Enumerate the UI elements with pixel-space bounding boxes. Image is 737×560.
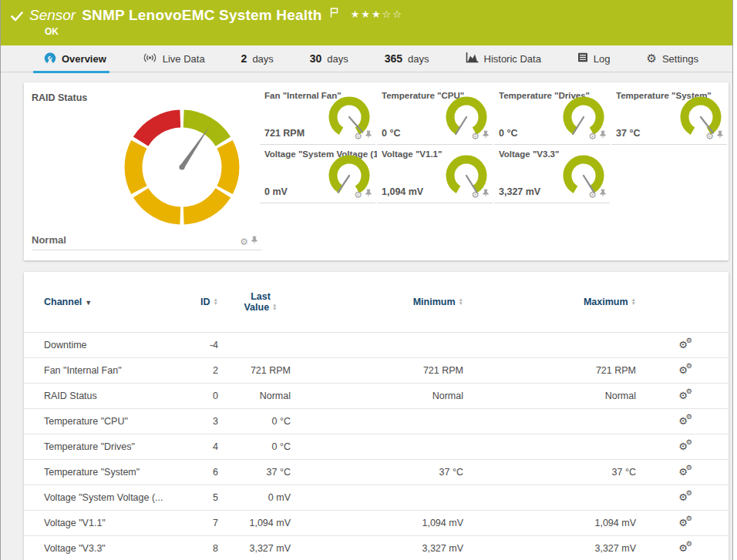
channel-minimum (291, 408, 465, 434)
gauge-settings-icon[interactable]: ⚙ (354, 132, 362, 141)
mini-gauge-6[interactable]: Voltage "V1.1"1,094 mV⚙ (377, 145, 493, 203)
table-row: Voltage "V1.1"71,094 mV1,094 mV1,094 mV⚙… (24, 510, 729, 535)
tab-2-days[interactable]: 2days (241, 45, 274, 72)
channel-last-value: 0 °C (220, 408, 291, 434)
channel-settings-icon[interactable]: ⚙⚙ (678, 416, 688, 426)
gauge-settings-icon[interactable]: ⚙ (588, 191, 597, 200)
channel-last-value: 0 mV (220, 485, 291, 510)
gauge-settings-icon[interactable]: ⚙ (240, 238, 248, 246)
channel-maximum (465, 408, 638, 434)
pin-icon[interactable] (482, 130, 490, 141)
page-title: SNMP LenovoEMC System Health (82, 7, 321, 24)
gauge-value: 0 mV (264, 186, 288, 197)
channel-settings-icon[interactable]: ⚙⚙ (678, 467, 688, 477)
gear-icon: ⚙ (646, 52, 656, 65)
flag-icon[interactable] (330, 8, 338, 18)
sort-desc-icon: ▼ (85, 299, 92, 307)
channel-settings-icon[interactable]: ⚙⚙ (678, 441, 688, 451)
channel-id: 6 (186, 459, 220, 485)
table-row: Temperature "CPU"30 °C⚙⚙ (24, 408, 729, 434)
channel-last-value: 721 RPM (220, 357, 291, 383)
channel-last-value: 37 °C (220, 459, 291, 485)
pin-icon[interactable] (599, 189, 607, 200)
channel-settings-icon[interactable]: ⚙⚙ (678, 391, 688, 401)
channel-id: 0 (186, 383, 220, 408)
channel-minimum: 721 RPM (291, 357, 465, 383)
tab-log[interactable]: Log (577, 45, 611, 72)
pin-icon[interactable] (251, 236, 258, 246)
table-row: Voltage "System Voltage (...50 mV⚙⚙ (24, 485, 729, 510)
gauge-settings-icon[interactable]: ⚙ (354, 191, 362, 200)
mini-gauge-5[interactable]: Voltage "System Voltage (12...0 mV⚙ (260, 145, 375, 203)
pin-icon[interactable] (365, 130, 372, 141)
mini-gauge-4[interactable]: Temperature "System"37 °C⚙ (611, 86, 727, 145)
channel-name: Temperature "System" (24, 459, 186, 485)
raid-status-gauge[interactable]: RAID Status Normal ⚙ (24, 82, 260, 260)
channel-id: -4 (186, 332, 220, 357)
pin-icon[interactable] (482, 189, 490, 200)
gauge-settings-icon[interactable]: ⚙ (705, 132, 714, 141)
tab-bar: OverviewLive Data2days30days365daysHisto… (1, 45, 732, 72)
gauge-settings-icon[interactable]: ⚙ (471, 132, 480, 141)
tab-365-days[interactable]: 365days (385, 45, 429, 72)
channel-maximum (465, 434, 638, 459)
pin-icon[interactable] (365, 189, 372, 200)
column-header-minimum[interactable]: Minimum▲▼ (291, 272, 465, 332)
mini-gauge-2[interactable]: Temperature "CPU"0 °C⚙ (377, 86, 493, 145)
gauge-value: 37 °C (616, 128, 640, 139)
column-header-actions[interactable] (638, 272, 729, 332)
channel-last-value: 1,094 mV (220, 510, 291, 535)
channel-maximum: 3,327 mV (465, 535, 638, 560)
status-badge: OK (45, 26, 732, 37)
channel-minimum: 1,094 mV (291, 510, 465, 535)
mini-gauge-7[interactable]: Voltage "V3.3"3,327 mV⚙ (494, 145, 610, 203)
channel-last-value: 0 °C (220, 434, 291, 459)
gauge-settings-icon[interactable]: ⚙ (471, 191, 480, 200)
table-row: Downtime-4⚙⚙ (24, 332, 729, 357)
raid-gauge-dial (116, 101, 247, 233)
mini-gauge-1[interactable]: Fan "Internal Fan"721 RPM⚙ (260, 86, 375, 145)
column-header-id[interactable]: ID▲▼ (186, 272, 220, 332)
tab-30-days[interactable]: 30days (310, 45, 348, 72)
channel-maximum: Normal (465, 383, 638, 408)
gauges-panel: RAID Status Normal ⚙ Fan "Internal Fan"7… (24, 82, 729, 260)
log-icon (577, 52, 588, 65)
channel-minimum (291, 485, 465, 510)
channel-name: Temperature "Drives" (24, 434, 186, 459)
channel-settings-icon[interactable]: ⚙⚙ (678, 518, 688, 528)
chart-icon (466, 52, 479, 65)
channel-settings-icon[interactable]: ⚙⚙ (678, 340, 688, 350)
channel-name: Downtime (24, 332, 186, 357)
tab-overview[interactable]: Overview (44, 45, 106, 72)
channel-maximum: 1,094 mV (465, 510, 638, 535)
gauge-value: 0 °C (499, 128, 517, 139)
mini-gauge-3[interactable]: Temperature "Drives"0 °C⚙ (494, 86, 610, 145)
pin-icon[interactable] (599, 130, 607, 141)
star-rating[interactable]: ★★★☆☆ (351, 8, 403, 20)
tab-settings[interactable]: ⚙Settings (646, 45, 698, 72)
channel-maximum (465, 332, 638, 357)
tab-historic-data[interactable]: Historic Data (466, 45, 541, 72)
column-header-maximum[interactable]: Maximum▲▼ (465, 272, 638, 332)
channel-settings-icon[interactable]: ⚙⚙ (678, 365, 688, 375)
channel-maximum: 721 RPM (465, 357, 638, 383)
channel-settings-icon[interactable]: ⚙⚙ (678, 543, 688, 553)
gauge-title: Voltage "V3.3" (499, 149, 559, 159)
channel-id: 5 (186, 485, 220, 510)
channel-id: 3 (186, 408, 220, 434)
gauge-title: RAID Status (32, 92, 87, 103)
tab-live-data[interactable]: Live Data (143, 45, 205, 72)
channel-minimum: 3,327 mV (291, 535, 465, 560)
channel-name: Voltage "V1.1" (24, 510, 186, 535)
gauge-settings-icon[interactable]: ⚙ (588, 132, 597, 141)
sensor-header: Sensor SNMP LenovoEMC System Health ★★★☆… (1, 0, 732, 45)
live-data-icon (143, 52, 157, 65)
pin-icon[interactable] (716, 130, 724, 141)
window: Sensor SNMP LenovoEMC System Health ★★★☆… (0, 0, 733, 560)
channel-minimum: 37 °C (291, 459, 465, 485)
ok-check-icon (11, 12, 23, 22)
channel-settings-icon[interactable]: ⚙⚙ (678, 492, 688, 502)
column-header-last-value[interactable]: LastValue▲▼ (220, 272, 291, 332)
column-header-channel[interactable]: Channel▼ (24, 272, 186, 332)
channel-name: Voltage "System Voltage (... (24, 485, 186, 510)
